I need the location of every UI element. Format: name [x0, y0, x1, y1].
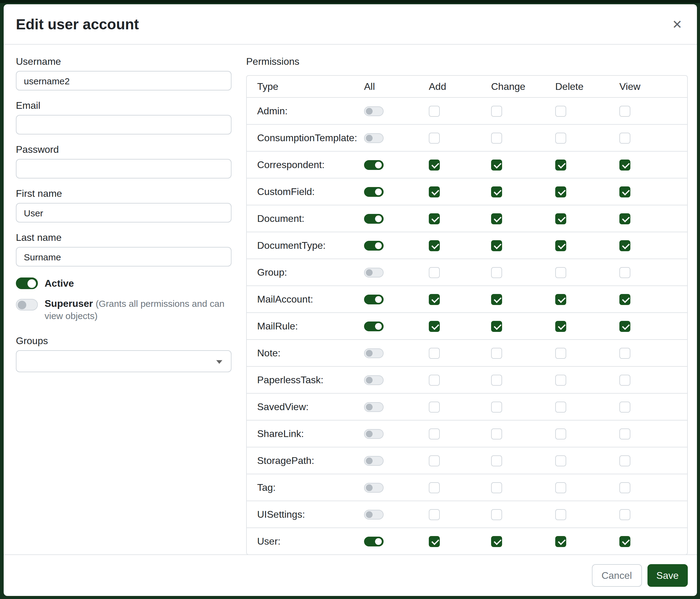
perm-add-checkbox[interactable]: [429, 320, 440, 332]
perm-view-checkbox[interactable]: [619, 428, 630, 439]
perm-change-checkbox[interactable]: [491, 428, 502, 439]
perm-add-checkbox[interactable]: [429, 428, 440, 439]
perm-delete-checkbox[interactable]: [555, 294, 566, 305]
perm-view-checkbox[interactable]: [619, 536, 630, 547]
perm-view-checkbox[interactable]: [619, 267, 630, 278]
perm-change-checkbox[interactable]: [491, 320, 502, 332]
perm-delete-checkbox[interactable]: [555, 428, 566, 439]
perm-add-checkbox[interactable]: [429, 482, 440, 493]
close-icon[interactable]: ✕: [670, 16, 685, 33]
perm-view-checkbox[interactable]: [619, 240, 630, 251]
perm-delete-checkbox[interactable]: [555, 159, 566, 170]
perm-change-checkbox[interactable]: [491, 348, 502, 358]
perm-all-toggle[interactable]: [364, 160, 383, 170]
perm-change-checkbox[interactable]: [491, 213, 502, 224]
perm-view-checkbox[interactable]: [619, 159, 630, 170]
perm-all-toggle[interactable]: [364, 483, 383, 492]
perm-delete-checkbox[interactable]: [555, 401, 566, 412]
perm-add-checkbox[interactable]: [429, 401, 440, 412]
perm-view-checkbox[interactable]: [619, 213, 630, 224]
perm-view-checkbox[interactable]: [619, 509, 630, 520]
superuser-toggle[interactable]: [16, 299, 38, 311]
perm-delete-checkbox[interactable]: [555, 455, 566, 466]
last-name-field[interactable]: [16, 247, 231, 266]
perm-add-checkbox[interactable]: [429, 267, 440, 278]
perm-type-label: CustomField:: [257, 186, 364, 197]
perm-view-checkbox[interactable]: [619, 482, 630, 493]
groups-select[interactable]: [16, 350, 231, 372]
perm-all-toggle[interactable]: [364, 294, 383, 304]
perm-add-checkbox[interactable]: [429, 105, 440, 116]
perm-view-checkbox[interactable]: [619, 320, 630, 332]
perm-view-checkbox[interactable]: [619, 455, 630, 466]
perm-row: MailRule:: [247, 313, 687, 340]
perm-delete-checkbox[interactable]: [555, 240, 566, 251]
perm-change-checkbox[interactable]: [491, 536, 502, 547]
perm-add-checkbox[interactable]: [429, 159, 440, 170]
perm-delete-checkbox[interactable]: [555, 375, 566, 385]
active-toggle[interactable]: [16, 278, 38, 289]
perm-view-checkbox[interactable]: [619, 186, 630, 197]
perm-change-checkbox[interactable]: [491, 132, 502, 143]
perm-delete-checkbox[interactable]: [555, 536, 566, 547]
perm-all-toggle[interactable]: [364, 456, 383, 465]
perm-add-checkbox[interactable]: [429, 375, 440, 385]
perm-view-checkbox[interactable]: [619, 348, 630, 358]
perm-delete-checkbox[interactable]: [555, 105, 566, 116]
perm-change-checkbox[interactable]: [491, 105, 502, 116]
perm-add-checkbox[interactable]: [429, 294, 440, 305]
perm-change-checkbox[interactable]: [491, 186, 502, 197]
perm-delete-checkbox[interactable]: [555, 509, 566, 520]
perm-add-checkbox[interactable]: [429, 509, 440, 520]
perm-add-checkbox[interactable]: [429, 132, 440, 143]
perm-delete-checkbox[interactable]: [555, 213, 566, 224]
perm-all-toggle[interactable]: [364, 133, 383, 143]
perm-delete-checkbox[interactable]: [555, 320, 566, 332]
perm-add-checkbox[interactable]: [429, 213, 440, 224]
perm-all-toggle[interactable]: [364, 241, 383, 250]
perm-all-toggle[interactable]: [364, 267, 383, 277]
perm-all-toggle[interactable]: [364, 321, 383, 331]
email-field[interactable]: [16, 115, 231, 135]
perm-view-checkbox[interactable]: [619, 294, 630, 305]
username-input[interactable]: [16, 71, 231, 91]
perm-all-toggle[interactable]: [364, 375, 383, 385]
perm-delete-checkbox[interactable]: [555, 186, 566, 197]
perm-change-checkbox[interactable]: [491, 482, 502, 493]
perm-all-toggle[interactable]: [364, 402, 383, 412]
perm-add-checkbox[interactable]: [429, 348, 440, 358]
first-name-field[interactable]: [16, 203, 231, 222]
cancel-button[interactable]: Cancel: [592, 564, 642, 587]
save-button[interactable]: Save: [647, 564, 688, 587]
perm-change-checkbox[interactable]: [491, 509, 502, 520]
perm-view-checkbox[interactable]: [619, 375, 630, 385]
perm-type-label: Document:: [257, 213, 364, 224]
perm-change-checkbox[interactable]: [491, 401, 502, 412]
perm-add-checkbox[interactable]: [429, 240, 440, 251]
perm-view-checkbox[interactable]: [619, 105, 630, 116]
perm-all-toggle[interactable]: [364, 187, 383, 196]
perm-all-toggle[interactable]: [364, 429, 383, 438]
perm-all-toggle[interactable]: [364, 214, 383, 223]
perm-view-checkbox[interactable]: [619, 132, 630, 143]
perm-change-checkbox[interactable]: [491, 455, 502, 466]
perm-delete-checkbox[interactable]: [555, 482, 566, 493]
perm-delete-checkbox[interactable]: [555, 348, 566, 358]
perm-all-toggle[interactable]: [364, 106, 383, 116]
perm-delete-checkbox[interactable]: [555, 267, 566, 278]
password-field[interactable]: [16, 159, 231, 178]
perm-change-checkbox[interactable]: [491, 267, 502, 278]
perm-add-checkbox[interactable]: [429, 186, 440, 197]
perm-delete-checkbox[interactable]: [555, 132, 566, 143]
perm-add-checkbox[interactable]: [429, 455, 440, 466]
perm-change-checkbox[interactable]: [491, 294, 502, 305]
perm-change-checkbox[interactable]: [491, 240, 502, 251]
perm-view-checkbox[interactable]: [619, 401, 630, 412]
perm-row: SavedView:: [247, 393, 687, 421]
perm-change-checkbox[interactable]: [491, 159, 502, 170]
perm-add-checkbox[interactable]: [429, 536, 440, 547]
perm-change-checkbox[interactable]: [491, 375, 502, 385]
perm-all-toggle[interactable]: [364, 509, 383, 519]
perm-all-toggle[interactable]: [364, 536, 383, 546]
perm-all-toggle[interactable]: [364, 348, 383, 358]
